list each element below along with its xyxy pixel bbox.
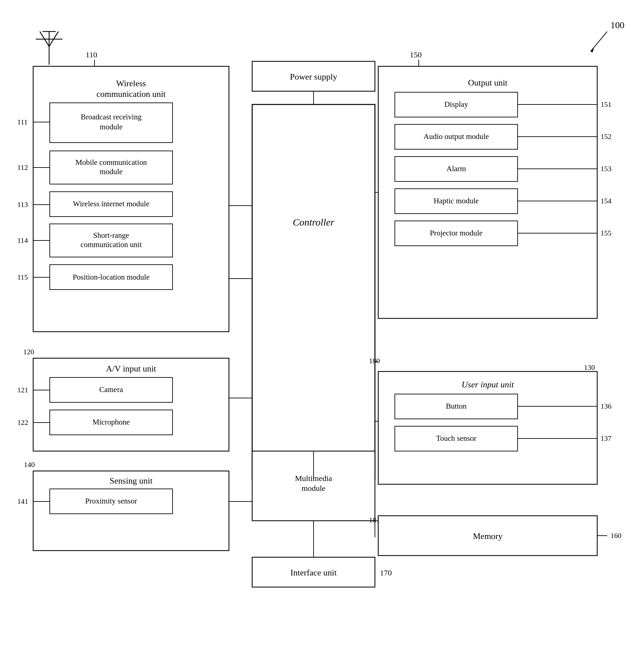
mobile-comm-label-1: Mobile communication <box>75 158 147 167</box>
ref-136: 136 <box>601 402 612 410</box>
av-input-ref: 120 <box>23 347 34 356</box>
haptic-module-label: Haptic module <box>434 197 479 205</box>
av-input-label: A/V input unit <box>106 364 156 373</box>
sensing-unit-label: Sensing unit <box>110 476 153 486</box>
wireless-comm-label-1: Wireless <box>116 79 146 88</box>
short-range-label-2: communication unit <box>81 241 142 249</box>
camera-label: Camera <box>99 385 123 394</box>
ref-153: 153 <box>601 165 612 173</box>
button-label: Button <box>446 402 467 410</box>
user-input-label: User input unit <box>462 380 514 389</box>
multimedia-module-label-2: module <box>302 484 325 493</box>
ref-181: 181 <box>369 516 380 524</box>
controller-label: Controller <box>293 217 334 228</box>
short-range-label-1: Short-range <box>93 231 129 240</box>
broadcast-module-label-1: Broadcast receiving <box>81 113 142 121</box>
ref-160: 160 <box>611 531 621 540</box>
broadcast-module-label-2: module <box>100 123 123 131</box>
touch-sensor-label: Touch sensor <box>436 434 476 442</box>
ref-113: 113 <box>17 200 28 209</box>
ref-100: 100 <box>611 20 625 30</box>
display-label: Display <box>444 100 468 109</box>
ref-154: 154 <box>601 197 612 205</box>
ref-152: 152 <box>601 132 612 141</box>
user-input-ref: 130 <box>584 363 595 371</box>
ref-121: 121 <box>17 386 28 394</box>
position-location-label: Position-location module <box>73 273 150 281</box>
memory-label: Memory <box>473 531 503 541</box>
ref-111: 111 <box>17 118 28 126</box>
wireless-internet-label: Wireless internet module <box>73 200 149 208</box>
audio-output-label: Audio output module <box>424 132 489 141</box>
ref-115: 115 <box>17 273 28 281</box>
power-supply-label: Power supply <box>290 72 337 82</box>
alarm-label: Alarm <box>447 165 466 173</box>
wireless-comm-label-2: communication unit <box>97 89 166 99</box>
ref-151: 151 <box>601 100 612 109</box>
ref-141: 141 <box>17 497 28 506</box>
controller-box <box>252 104 375 479</box>
ref-122: 122 <box>17 418 28 427</box>
ref-114: 114 <box>17 236 28 244</box>
proximity-sensor-label: Proximity sensor <box>85 497 137 505</box>
output-unit-ref: 150 <box>410 51 422 59</box>
sensing-unit-ref: 140 <box>24 460 35 469</box>
ref-155: 155 <box>601 229 612 237</box>
interface-unit-label: Interface unit <box>290 568 337 578</box>
ref-112: 112 <box>17 163 28 171</box>
projector-module-label: Projector module <box>430 229 482 237</box>
ref-137: 137 <box>601 434 612 442</box>
ref-180: 180 <box>369 357 380 365</box>
interface-unit-ref: 170 <box>380 569 392 577</box>
mobile-comm-label-2: module <box>100 168 123 176</box>
output-unit-label: Output unit <box>468 78 508 88</box>
microphone-label: Microphone <box>93 418 130 426</box>
wireless-comm-ref: 110 <box>86 51 97 59</box>
